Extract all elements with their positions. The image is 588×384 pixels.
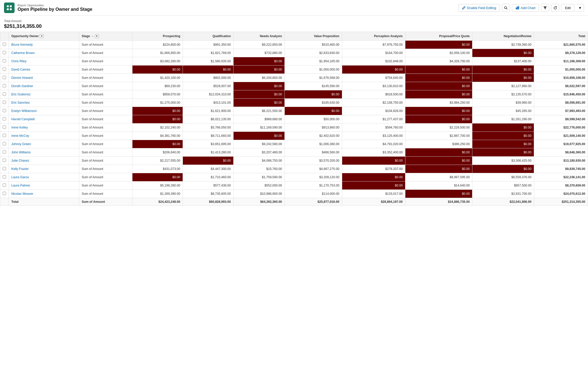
search-button[interactable] (502, 4, 510, 12)
qualification-cell: $0.00 (183, 157, 234, 165)
stage-label-cell: Sum of Amount (79, 66, 132, 74)
stage-label-cell: Sum of Amount (79, 132, 132, 140)
proposal_price_quote-cell: $386,250.00 (405, 140, 472, 148)
row-checkbox[interactable] (0, 74, 9, 82)
perception_analysis-cell: $754,640.00 (342, 74, 405, 82)
stage-filter-icon[interactable]: ▼ (95, 34, 99, 38)
perception_analysis-cell: $2,158,750.00 (342, 99, 405, 107)
filter-button[interactable] (541, 4, 549, 12)
stage-label-cell: Sum of Amount (79, 41, 132, 49)
total-cell: $8,370,609.00 (534, 181, 588, 190)
col-header-proposal-price-quote: Proposal/Price Quote (405, 32, 472, 41)
needs_analysis-cell: $0.00 (233, 90, 284, 99)
negotiation_review-cell: $0.00 (472, 123, 534, 132)
edit-button[interactable]: Edit (561, 4, 574, 12)
owner-filter-icon[interactable]: ▼ (40, 34, 44, 38)
needs_analysis-cell: $6,221,500.00 (233, 107, 284, 115)
row-checkbox[interactable] (0, 148, 9, 157)
total-cell: $19,077,925.00 (534, 140, 588, 148)
row-checkbox[interactable] (0, 57, 9, 66)
col-header-value-proposition: Value Proposition (285, 32, 342, 41)
needs_analysis-cell: $10,986,900.00 (233, 190, 284, 198)
owner-cell[interactable]: David Carnes (9, 66, 79, 74)
row-checkbox[interactable] (0, 157, 9, 165)
row-checkbox[interactable] (0, 90, 9, 99)
report-info: Report: Opportunities Open Pipeline by O… (18, 4, 92, 12)
col-header-stage[interactable]: Stage → ▼ (79, 32, 132, 41)
owner-cell[interactable]: Eric Sanchez (9, 99, 79, 107)
owner-cell[interactable]: Chris Riley (9, 57, 79, 66)
summary-label: Total Amount (4, 19, 584, 23)
prospecting-cell: $1,666,850.00 (132, 49, 183, 57)
add-chart-button[interactable]: Add Chart (512, 4, 539, 12)
perception_analysis-cell: $102,848.00 (342, 57, 405, 66)
total-cell: $9,599,542.00 (534, 115, 588, 123)
edit-dropdown-button[interactable]: ▼ (576, 4, 584, 12)
proposal_price_quote-cell: $8,997,595.00 (405, 173, 472, 181)
table-row: Julie ChavezSum of Amount$2,217,555.00$0… (0, 157, 588, 165)
table-row: Laura PalmerSum of Amount$5,198,280.00$5… (0, 181, 588, 190)
owner-cell[interactable]: Nicolas Weaver (9, 190, 79, 198)
prospecting-cell: $5,198,280.00 (132, 181, 183, 190)
owner-cell[interactable]: Eric Gutierrez (9, 90, 79, 99)
row-checkbox[interactable] (0, 115, 9, 123)
stage-label-cell: Sum of Amount (79, 115, 132, 123)
row-checkbox[interactable] (0, 99, 9, 107)
row-checkbox[interactable] (0, 66, 9, 74)
row-checkbox[interactable] (0, 107, 9, 115)
row-checkbox[interactable] (0, 190, 9, 198)
table-row: David CarnesSum of Amount$0.00$0.00$0.00… (0, 66, 588, 74)
col-header-perception-analysis: Perception Analysis (342, 32, 405, 41)
owner-cell[interactable]: Bruce Kennedy (9, 41, 79, 49)
owner-cell[interactable]: Irene McCoy (9, 132, 79, 140)
owner-cell[interactable]: Dennis Howard (9, 74, 79, 82)
owner-cell[interactable]: Doroth Gardner (9, 82, 79, 90)
qualification-cell: $577,436.00 (183, 181, 234, 190)
svg-line-5 (506, 8, 507, 9)
row-checkbox[interactable] (0, 123, 9, 132)
total-needs_analysis-cell: $64,392,360.00 (233, 198, 284, 206)
owner-cell[interactable]: Laura Palmer (9, 181, 79, 190)
table-header-row: Opportunity Owner ▼ Stage → ▼ Prospectin… (0, 32, 588, 41)
report-table: Opportunity Owner ▼ Stage → ▼ Prospectin… (0, 32, 588, 206)
row-checkbox[interactable] (0, 173, 9, 181)
row-checkbox[interactable] (0, 165, 9, 173)
qualification-cell: $1,710,460.00 (183, 173, 234, 181)
owner-cell[interactable]: Johnny Green (9, 140, 79, 148)
total-cell: $9,839,745.00 (534, 165, 588, 173)
negotiation_review-cell: $2,135,570.00 (472, 90, 534, 99)
prospecting-cell: $0.00 (132, 140, 183, 148)
needs_analysis-cell: $6,204,800.00 (233, 74, 284, 82)
prospecting-cell: $1,420,100.00 (132, 74, 183, 82)
owner-cell[interactable]: Harold Campbell (9, 115, 79, 123)
perception_analysis-cell: $918,500.00 (342, 90, 405, 99)
row-checkbox[interactable] (0, 132, 9, 140)
owner-cell[interactable]: John Williams (9, 148, 79, 157)
row-checkbox[interactable] (0, 82, 9, 90)
qualification-cell: $413,101.00 (183, 99, 234, 107)
owner-cell[interactable]: Evelyn Williamson (9, 107, 79, 115)
owner-cell[interactable]: Kelly Frazier (9, 165, 79, 173)
row-checkbox[interactable] (0, 181, 9, 190)
negotiation_review-cell: $2,127,960.00 (472, 82, 534, 90)
row-checkbox[interactable] (0, 41, 9, 49)
needs_analysis-cell: $4,086,750.00 (233, 157, 284, 165)
owner-cell[interactable]: Irene Kelley (9, 123, 79, 132)
stage-label-cell: Sum of Amount (79, 74, 132, 82)
col-header-owner[interactable]: Opportunity Owner ▼ (9, 32, 79, 41)
total-cell: $8,646,360.00 (534, 148, 588, 157)
needs_analysis-cell: $3,207,480.00 (233, 148, 284, 157)
owner-cell[interactable]: Laura Garza (9, 173, 79, 181)
owner-cell[interactable]: Julie Chavez (9, 157, 79, 165)
perception_analysis-cell: $0.00 (342, 173, 405, 181)
proposal_price_quote-cell: $3,984,250.00 (405, 99, 472, 107)
proposal_price_quote-cell: $14,640.00 (405, 181, 472, 190)
needs_analysis-cell: $732,880.00 (233, 49, 284, 57)
svg-rect-0 (7, 5, 9, 7)
refresh-button[interactable] (551, 4, 559, 12)
row-checkbox[interactable] (0, 49, 9, 57)
enable-field-editing-button[interactable]: Enable Field Editing (458, 4, 500, 12)
row-checkbox[interactable] (0, 140, 9, 148)
owner-cell[interactable]: Catherine Brown (9, 49, 79, 57)
qualification-cell: $529,007.00 (183, 82, 234, 90)
